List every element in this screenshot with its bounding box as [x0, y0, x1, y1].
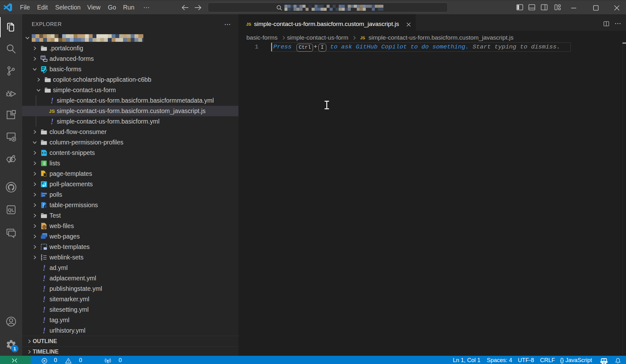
svg-text:JS: JS: [360, 36, 365, 40]
svg-text:QL: QL: [8, 208, 14, 213]
svg-text:JS: JS: [49, 108, 55, 114]
svg-text:JS: JS: [246, 22, 251, 27]
